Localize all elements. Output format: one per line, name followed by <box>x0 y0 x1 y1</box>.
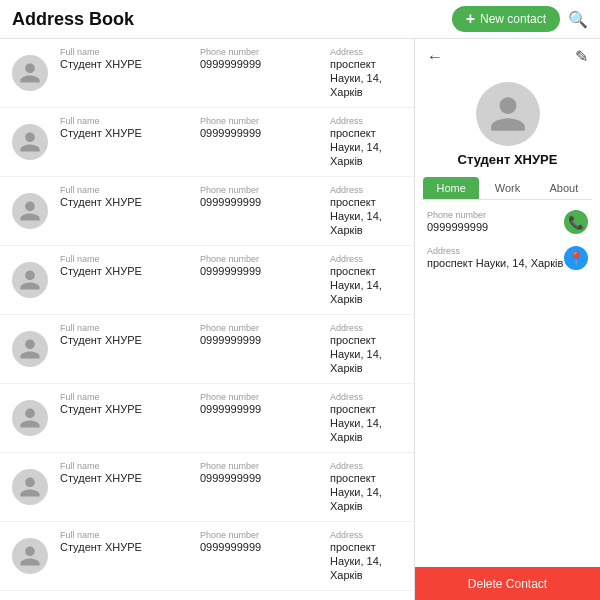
contact-info: Full name Студент ХНУРЕ Phone number 099… <box>60 461 402 513</box>
detail-tab-home[interactable]: Home <box>423 177 479 199</box>
detail-avatar <box>476 82 540 146</box>
avatar <box>12 193 48 229</box>
phone-icon[interactable]: 📞 <box>564 210 588 234</box>
contact-phone-field: Phone number 0999999999 <box>200 254 330 306</box>
phone-number-value: 0999999999 <box>200 265 261 277</box>
phone-number-value: 0999999999 <box>200 541 261 553</box>
detail-tab-about[interactable]: About <box>536 177 592 199</box>
detail-panel: ← ✎ Студент ХНУРЕ HomeWorkAbout Phone nu… <box>415 39 600 600</box>
contact-name-field: Full name Студент ХНУРЕ <box>60 185 200 237</box>
contact-info: Full name Студент ХНУРЕ Phone number 099… <box>60 392 402 444</box>
contact-address-field: Address проспект Науки, 14, Харків <box>330 185 402 237</box>
back-button[interactable]: ← <box>427 48 443 66</box>
phone-number-value: 0999999999 <box>200 472 261 484</box>
address-label: Address <box>330 530 402 540</box>
address-label: Address <box>330 185 402 195</box>
contact-item[interactable]: Full name Студент ХНУРЕ Phone number 099… <box>0 246 414 315</box>
contact-item[interactable]: Full name Студент ХНУРЕ Phone number 099… <box>0 453 414 522</box>
address-label: Address <box>330 461 402 471</box>
delete-contact-button[interactable]: Delete Contact <box>415 567 600 600</box>
detail-avatar-section: Студент ХНУРЕ <box>415 74 600 177</box>
full-name-value: Студент ХНУРЕ <box>60 58 142 70</box>
contact-address-field: Address проспект Науки, 14, Харків <box>330 530 402 582</box>
new-contact-button[interactable]: + New contact <box>452 6 560 32</box>
phone-number-value: 0999999999 <box>200 403 261 415</box>
user-icon <box>18 406 42 430</box>
contact-item[interactable]: Full name Студент ХНУРЕ Phone number 099… <box>0 315 414 384</box>
contact-name-field: Full name Студент ХНУРЕ <box>60 461 200 513</box>
user-icon <box>18 130 42 154</box>
contact-address-field: Address проспект Науки, 14, Харків <box>330 323 402 375</box>
contact-name-field: Full name Студент ХНУРЕ <box>60 392 200 444</box>
full-name-value: Студент ХНУРЕ <box>60 127 142 139</box>
contact-item[interactable]: Full name Студент ХНУРЕ Phone number 099… <box>0 384 414 453</box>
phone-field-row: Phone number 0999999999 📞 <box>427 210 588 234</box>
full-name-label: Full name <box>60 47 200 57</box>
contact-info: Full name Студент ХНУРЕ Phone number 099… <box>60 116 402 168</box>
avatar <box>12 538 48 574</box>
contact-phone-field: Phone number 0999999999 <box>200 185 330 237</box>
header: Address Book + New contact 🔍 <box>0 0 600 39</box>
main-layout: Full name Студент ХНУРЕ Phone number 099… <box>0 39 600 600</box>
contact-phone-field: Phone number 0999999999 <box>200 530 330 582</box>
contact-info: Full name Студент ХНУРЕ Phone number 099… <box>60 254 402 306</box>
full-name-label: Full name <box>60 254 200 264</box>
address-field-row: Address проспект Науки, 14, Харків 📍 <box>427 246 588 270</box>
full-name-value: Студент ХНУРЕ <box>60 472 142 484</box>
contact-item[interactable]: Full name Студент ХНУРЕ Phone number 099… <box>0 108 414 177</box>
address-label: Address <box>330 392 402 402</box>
contact-address-field: Address проспект Науки, 14, Харків <box>330 461 402 513</box>
address-value: проспект Науки, 14, Харків <box>330 127 382 167</box>
search-icon: 🔍 <box>568 11 588 28</box>
contact-item[interactable]: Full name Студент ХНУРЕ Phone number 099… <box>0 177 414 246</box>
contact-item[interactable]: Full name Студент ХНУРЕ Phone number 099… <box>0 522 414 591</box>
user-icon <box>18 544 42 568</box>
full-name-value: Студент ХНУРЕ <box>60 403 142 415</box>
user-icon <box>18 199 42 223</box>
phone-number-label: Phone number <box>200 116 330 126</box>
user-icon <box>18 268 42 292</box>
location-icon[interactable]: 📍 <box>564 246 588 270</box>
avatar <box>12 400 48 436</box>
address-label: Address <box>330 116 402 126</box>
phone-number-label: Phone number <box>200 461 330 471</box>
address-value: проспект Науки, 14, Харків <box>330 472 382 512</box>
contact-info: Full name Студент ХНУРЕ Phone number 099… <box>60 530 402 582</box>
address-label: Address <box>427 246 563 256</box>
user-icon <box>18 61 42 85</box>
address-field-info: Address проспект Науки, 14, Харків <box>427 246 563 270</box>
full-name-value: Студент ХНУРЕ <box>60 541 142 553</box>
contact-address-field: Address проспект Науки, 14, Харків <box>330 254 402 306</box>
search-button[interactable]: 🔍 <box>568 10 588 29</box>
edit-button[interactable]: ✎ <box>575 47 588 66</box>
new-contact-label: New contact <box>480 12 546 26</box>
address-label: Address <box>330 254 402 264</box>
full-name-value: Студент ХНУРЕ <box>60 334 142 346</box>
phone-number-label: Phone number <box>200 530 330 540</box>
user-icon <box>18 475 42 499</box>
user-icon <box>18 337 42 361</box>
contact-phone-field: Phone number 0999999999 <box>200 461 330 513</box>
full-name-value: Студент ХНУРЕ <box>60 196 142 208</box>
phone-number-value: 0999999999 <box>200 58 261 70</box>
avatar <box>12 262 48 298</box>
contact-name-field: Full name Студент ХНУРЕ <box>60 254 200 306</box>
plus-icon: + <box>466 11 475 27</box>
avatar <box>12 469 48 505</box>
contact-address-field: Address проспект Науки, 14, Харків <box>330 47 402 99</box>
contact-list: Full name Студент ХНУРЕ Phone number 099… <box>0 39 415 600</box>
detail-tabs: HomeWorkAbout <box>423 177 592 200</box>
detail-tab-work[interactable]: Work <box>479 177 535 199</box>
avatar <box>12 331 48 367</box>
contact-address-field: Address проспект Науки, 14, Харків <box>330 392 402 444</box>
address-label: Address <box>330 47 402 57</box>
contact-item[interactable]: Full name Студент ХНУРЕ Phone number 099… <box>0 39 414 108</box>
detail-toolbar: ← ✎ <box>415 39 600 74</box>
full-name-value: Студент ХНУРЕ <box>60 265 142 277</box>
phone-number-value: 0999999999 <box>200 127 261 139</box>
address-value: проспект Науки, 14, Харків <box>330 265 382 305</box>
phone-field-info: Phone number 0999999999 <box>427 210 488 234</box>
full-name-label: Full name <box>60 461 200 471</box>
phone-number-label: Phone number <box>200 47 330 57</box>
avatar <box>12 55 48 91</box>
